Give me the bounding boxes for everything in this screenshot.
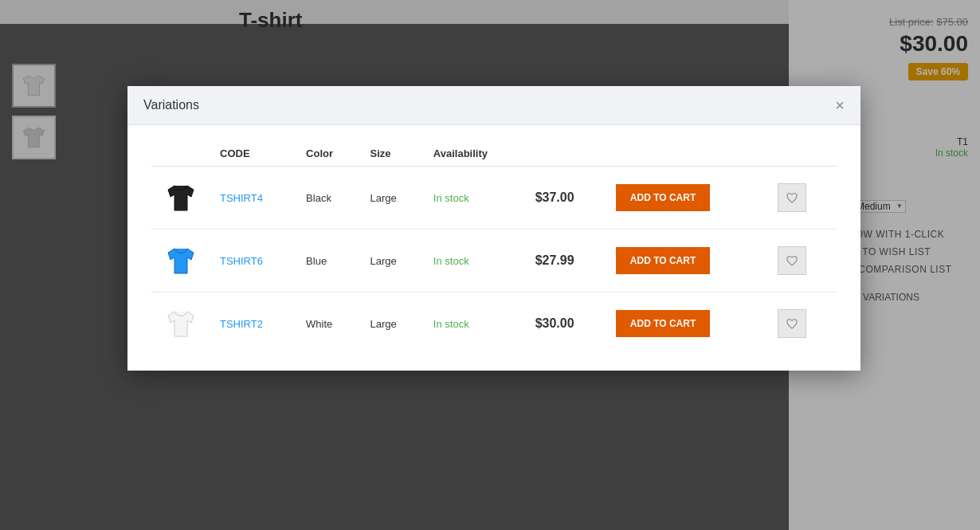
table-header-row: CODE Color Size Availability [151, 141, 837, 167]
availability-cell: In stock [424, 292, 526, 355]
product-code-link-2[interactable]: TSHIRT2 [220, 318, 263, 330]
col-header-code: CODE [210, 141, 296, 167]
code-cell: TSHIRT2 [210, 292, 296, 355]
availability-value: In stock [433, 192, 469, 204]
table-row: TSHIRT4 Black Large In stock $37.00 ADD … [151, 167, 837, 230]
code-cell: TSHIRT4 [210, 167, 296, 230]
add-cart-cell: ADD TO CART [606, 167, 764, 230]
tshirt-black-icon [163, 180, 198, 215]
size-value: Large [370, 192, 396, 204]
product-thumb-blue [161, 241, 201, 281]
product-thumb-white [161, 304, 201, 344]
heart-icon [786, 254, 798, 267]
table-row: TSHIRT6 Blue Large In stock $27.99 ADD T… [151, 230, 837, 292]
wishlist-button-2[interactable] [778, 309, 806, 338]
col-header-price [526, 141, 606, 167]
variations-modal: Variations × CODE Color Size Availabilit… [127, 86, 860, 371]
col-header-wish [763, 141, 837, 167]
color-cell: Black [296, 167, 360, 230]
size-cell: Large [360, 167, 423, 230]
wishlist-cell [763, 167, 837, 230]
size-cell: Large [360, 230, 423, 292]
availability-value: In stock [433, 318, 469, 330]
product-code-link-1[interactable]: TSHIRT6 [220, 255, 263, 267]
color-cell: Blue [296, 230, 360, 292]
price-cell: $30.00 [526, 292, 606, 355]
add-to-cart-button-1[interactable]: ADD TO CART [616, 247, 710, 274]
availability-cell: In stock [424, 167, 526, 230]
col-header-image [151, 141, 210, 167]
price-value: $37.00 [535, 190, 574, 204]
col-header-add [606, 141, 764, 167]
modal-header: Variations × [127, 86, 860, 125]
product-image-cell [151, 292, 210, 355]
tshirt-blue-icon [163, 243, 198, 278]
availability-value: In stock [433, 255, 469, 267]
code-cell: TSHIRT6 [210, 230, 296, 292]
wishlist-cell [763, 292, 837, 355]
modal-body: CODE Color Size Availability TSHIRT4 [127, 125, 860, 371]
product-code-link-0[interactable]: TSHIRT4 [220, 192, 263, 204]
color-cell: White [296, 292, 360, 355]
wishlist-cell [763, 230, 837, 292]
col-header-availability: Availability [424, 141, 526, 167]
add-to-cart-button-2[interactable]: ADD TO CART [616, 310, 710, 337]
col-header-size: Size [360, 141, 423, 167]
color-value: Black [306, 192, 331, 204]
modal-title: Variations [143, 98, 199, 112]
price-cell: $27.99 [526, 230, 606, 292]
tshirt-white-icon [163, 306, 198, 341]
product-thumb-black [161, 178, 201, 218]
price-value: $30.00 [535, 316, 574, 330]
wishlist-button-1[interactable] [778, 246, 806, 275]
wishlist-button-0[interactable] [778, 183, 806, 212]
table-row: TSHIRT2 White Large In stock $30.00 ADD … [151, 292, 837, 355]
price-value: $27.99 [535, 253, 574, 267]
product-image-cell [151, 230, 210, 292]
add-to-cart-button-0[interactable]: ADD TO CART [616, 184, 710, 211]
add-cart-cell: ADD TO CART [606, 230, 764, 292]
add-cart-cell: ADD TO CART [606, 292, 764, 355]
heart-icon [786, 317, 798, 330]
color-value: Blue [306, 255, 327, 267]
heart-icon [786, 191, 798, 204]
size-value: Large [370, 318, 396, 330]
price-cell: $37.00 [526, 167, 606, 230]
col-header-color: Color [296, 141, 360, 167]
product-image-cell [151, 167, 210, 230]
variations-table: CODE Color Size Availability TSHIRT4 [151, 141, 837, 355]
color-value: White [306, 318, 332, 330]
size-value: Large [370, 255, 396, 267]
size-cell: Large [360, 292, 423, 355]
availability-cell: In stock [424, 230, 526, 292]
modal-close-button[interactable]: × [835, 97, 845, 113]
